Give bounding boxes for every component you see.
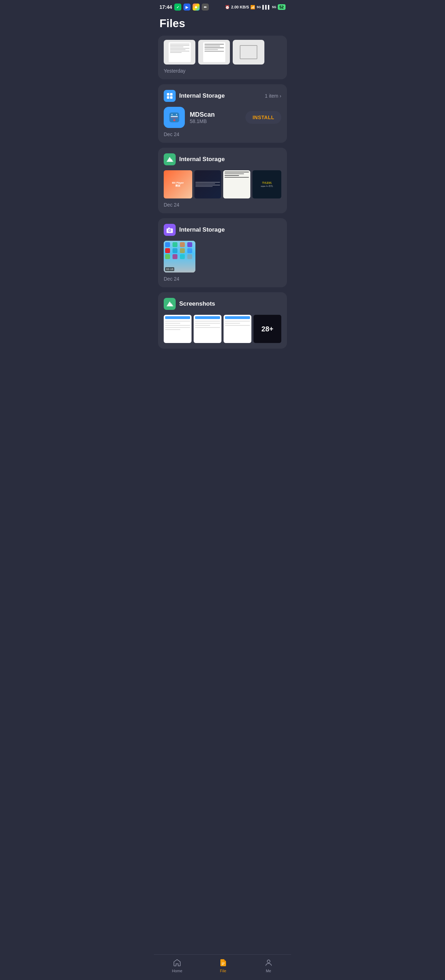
section1-date: Dec 24 [164, 132, 281, 137]
me-nav-icon [264, 958, 273, 967]
image-thumb-2[interactable] [194, 170, 222, 199]
section-name-2: Internal Storage [179, 156, 225, 163]
purple-camera-icon [164, 224, 176, 236]
svg-rect-2 [167, 96, 169, 99]
svg-rect-6 [171, 118, 178, 118]
storage-section-1: Internal Storage 1 item › [158, 84, 287, 143]
thumbnail-2[interactable] [198, 40, 230, 65]
scanner-svg [168, 111, 181, 124]
nav-home-label: Home [172, 969, 182, 973]
home-nav-icon [173, 958, 182, 967]
screenshots-grid: 28+ [164, 315, 281, 343]
yesterday-date: Yesterday [164, 68, 281, 74]
yesterday-thumbnails [164, 40, 281, 65]
chevron-right-icon-1: › [280, 93, 281, 99]
grid-svg [166, 92, 174, 100]
pen-icon: ✏ [202, 3, 209, 11]
battery-indicator: 52 [278, 4, 285, 10]
wifi-icon: 📶 [250, 5, 255, 10]
nav-file-label: File [220, 969, 226, 973]
section-title-row-2: Internal Storage [164, 153, 225, 165]
section-header-2: Internal Storage [164, 153, 281, 165]
network-speed: 2.00 KB/S [231, 5, 249, 9]
section-title-row-3: Internal Storage [164, 224, 225, 236]
status-bar: 17:44 ✓ ▶ ◆ ✏ ⏰ 2.00 KB/S 📶 5G ▌▌▌ 5G 52 [154, 0, 291, 13]
mountain-svg-2 [166, 300, 174, 308]
svg-rect-8 [176, 114, 177, 115]
image-thumb-1[interactable]: MX Player播放 [164, 170, 192, 199]
bottom-nav: Home File Me [154, 954, 291, 980]
section-name-3: Internal Storage [179, 226, 225, 233]
section-title-row-4: Screenshots [164, 298, 215, 310]
camera-svg [166, 226, 174, 234]
yesterday-card: Yesterday [158, 36, 287, 79]
svg-rect-0 [167, 93, 169, 95]
mdscan-name: MDScan [190, 111, 241, 118]
wechat-icon: ✓ [174, 3, 181, 11]
status-left: 17:44 ✓ ▶ ◆ ✏ [160, 3, 209, 11]
image-thumb-4[interactable]: 手机刷机 oppo 4+华为 [252, 170, 282, 199]
nav-file[interactable]: File [219, 958, 228, 973]
section-header-1: Internal Storage 1 item › [164, 90, 281, 102]
section-name-4: Screenshots [179, 300, 215, 307]
storage-section-2: Internal Storage MX Player播放 [158, 148, 287, 213]
section-name-1: Internal Storage [179, 92, 225, 99]
screenshot-3[interactable] [223, 315, 251, 343]
section-header-4: Screenshots [164, 298, 281, 310]
nav-home[interactable]: Home [172, 958, 182, 973]
rainbow-icon: ◆ [193, 3, 200, 11]
blue-grid-icon-1 [164, 90, 176, 102]
section3-date: Dec 24 [164, 276, 281, 282]
signal-5g-2-icon: 5G [272, 5, 276, 9]
svg-point-14 [169, 230, 171, 232]
signal-5g-icon: 5G [257, 5, 261, 9]
page-title: Files [154, 13, 291, 36]
app-item-mdscan: MDScan 58.1MB INSTALL [164, 107, 281, 128]
item-count-1: 1 item [265, 93, 278, 99]
mdscan-size: 58.1MB [190, 118, 241, 124]
home-svg [173, 958, 181, 967]
phone-screenshot[interactable]: 02-16 [164, 241, 195, 272]
file-svg [219, 958, 227, 967]
screenshot-2[interactable] [194, 315, 222, 343]
svg-rect-7 [171, 114, 173, 115]
svg-point-20 [267, 960, 270, 963]
image-grid-2: MX Player播放 [164, 170, 281, 199]
section-title-row-1: Internal Storage [164, 90, 225, 102]
green-mountain-icon-2 [164, 298, 176, 310]
blue-arrow-icon: ▶ [184, 3, 190, 11]
status-time: 17:44 [160, 4, 172, 10]
thumbnail-3[interactable] [233, 40, 264, 65]
svg-rect-3 [170, 96, 173, 99]
signal-bars-icon: ▌▌▌ [262, 5, 270, 9]
screenshot-4-with-badge[interactable]: 28+ [253, 315, 281, 343]
me-svg [264, 958, 273, 967]
image-thumb-3[interactable] [223, 170, 250, 199]
screenshot-1[interactable] [164, 315, 192, 343]
nav-me-label: Me [266, 969, 271, 973]
nav-me[interactable]: Me [264, 958, 273, 973]
file-nav-icon [219, 958, 228, 967]
mdscan-icon [164, 107, 185, 128]
svg-rect-1 [170, 93, 173, 95]
svg-rect-15 [168, 228, 170, 229]
section-meta-1[interactable]: 1 item › [265, 93, 281, 99]
mountain-svg-1 [166, 156, 174, 163]
install-button[interactable]: INSTALL [245, 111, 281, 124]
svg-rect-5 [171, 116, 178, 117]
mdscan-info: MDScan 58.1MB [190, 111, 241, 124]
status-right: ⏰ 2.00 KB/S 📶 5G ▌▌▌ 5G 52 [225, 4, 285, 10]
content-area: Yesterday Internal Storage 1 item › [154, 36, 291, 382]
plus-count-badge: 28+ [253, 315, 281, 343]
thumbnail-1[interactable] [164, 40, 195, 65]
storage-section-3: Internal Storage 02-16 Dec 24 [158, 218, 287, 287]
screenshots-section: Screenshots [158, 292, 287, 348]
section-header-3: Internal Storage [164, 224, 281, 236]
green-mountain-icon-1 [164, 153, 176, 165]
section2-date: Dec 24 [164, 202, 281, 208]
svg-point-9 [173, 119, 175, 121]
alarm-icon: ⏰ [225, 5, 230, 10]
phone-date-overlay: 02-16 [165, 267, 174, 271]
